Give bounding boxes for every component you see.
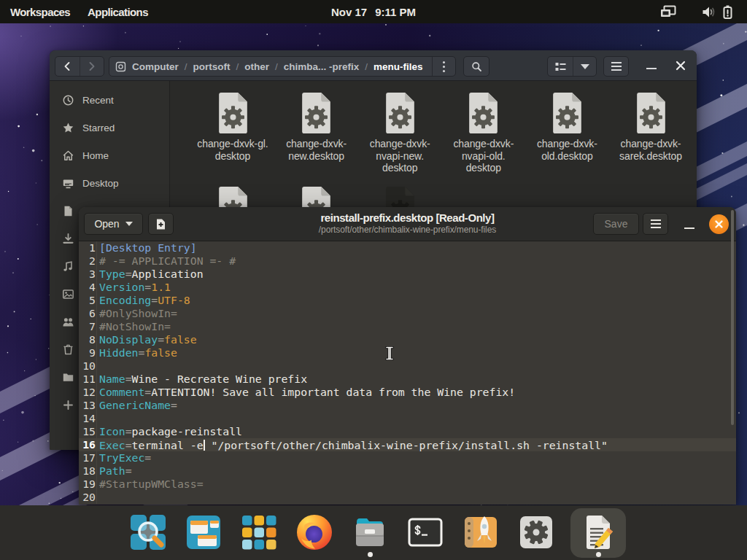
editor-close-button[interactable] [709, 214, 729, 234]
code-segment: UTF-8 [158, 294, 190, 306]
line-number: 8 [79, 333, 96, 346]
dock-item-app-grid[interactable] [239, 512, 279, 553]
breadcrumb-item[interactable]: other [244, 61, 269, 72]
code-segment: = [144, 281, 151, 293]
code-segment: = [151, 294, 158, 306]
file-name: change-dxvk-new.desktop [275, 138, 358, 162]
line-code: #OnlyShowIn= [99, 307, 177, 320]
new-document-button[interactable] [148, 213, 174, 235]
code-segment: Version [99, 281, 144, 293]
file-item[interactable]: change-dxvk-sarek.desktop [609, 92, 692, 162]
volume-icon[interactable] [702, 0, 716, 23]
dock-item-app-finder[interactable] [128, 512, 169, 553]
videos-icon [62, 316, 74, 328]
editor-menu-button[interactable] [643, 213, 668, 235]
dock-item-software-tools[interactable] [460, 512, 501, 553]
editor-line: 14 [79, 412, 736, 425]
dock-item-file-manager[interactable] [349, 512, 390, 553]
gutter-separator [96, 320, 97, 333]
editor-text-area[interactable]: 1[Desktop Entry]2# -= APPLICATION =- #3T… [79, 241, 736, 505]
editor-line: 18Path= [79, 464, 736, 478]
computer-icon [115, 61, 126, 72]
breadcrumb-item[interactable]: menu-files [374, 61, 423, 72]
editor-line: 20 [79, 491, 736, 504]
file-name-line: change-dxvk- [442, 138, 525, 150]
app-grid-icon [239, 512, 279, 553]
line-number: 1 [79, 241, 96, 254]
view-list-button[interactable] [548, 57, 573, 76]
sidebar-item-desktop[interactable]: Desktop [50, 169, 169, 197]
battery-icon[interactable] [723, 0, 732, 23]
app-finder-icon [128, 512, 169, 553]
gutter-separator [96, 241, 97, 254]
applications-menu[interactable]: Applications [79, 0, 157, 23]
editor-minimize-button[interactable] [684, 228, 694, 229]
breadcrumb-item[interactable]: chimba... -prefix [284, 61, 360, 72]
file-manager-headerbar: Computer/portsoft/other/chimba... -prefi… [50, 50, 697, 81]
workspaces-menu[interactable]: Workspaces [0, 0, 79, 23]
save-button[interactable]: Save [593, 213, 639, 235]
breadcrumb[interactable]: Computer/portsoft/other/chimba... -prefi… [109, 56, 456, 77]
line-code: [Desktop Entry] [99, 241, 197, 254]
file-item[interactable]: change-dxvk-old.desktop [525, 92, 608, 162]
forward-button[interactable] [80, 57, 104, 76]
back-icon [62, 61, 72, 71]
dock-item-panel-layout[interactable] [183, 512, 224, 553]
line-number: 3 [79, 268, 96, 281]
fm-minimize-button[interactable] [646, 68, 657, 69]
line-number: 16 [79, 438, 96, 451]
open-button[interactable]: Open [84, 213, 143, 235]
downloads-icon [62, 233, 74, 245]
line-code: #NotShowIn= [99, 320, 171, 333]
file-name-line: nvapi-old. [442, 150, 525, 163]
line-code: #StartupWMClass= [99, 478, 204, 491]
music-icon [62, 260, 74, 273]
dock-item-firefox[interactable] [294, 512, 335, 553]
code-segment: Application [132, 268, 204, 280]
editor-line: 4Version=1.1 [79, 281, 736, 294]
code-segment: [Desktop Entry] [99, 241, 197, 254]
workspace-switcher-icon[interactable] [660, 0, 676, 23]
dock-item-text-editor[interactable] [578, 512, 619, 553]
settings-icon [516, 512, 557, 553]
line-number: 7 [79, 320, 96, 333]
text-caret [204, 440, 205, 451]
search-button[interactable] [463, 56, 489, 77]
editor-line: 1[Desktop Entry] [79, 241, 736, 254]
fm-menu-button[interactable] [603, 56, 629, 77]
line-number: 2 [79, 254, 96, 268]
battery-icon-glyph [723, 5, 732, 19]
gutter-separator [96, 386, 97, 399]
file-item[interactable]: change-dxvk-new.desktop [275, 92, 358, 162]
view-options-dropdown[interactable] [573, 57, 596, 76]
file-item[interactable]: change-dxvk-nvapi-new.desktop [358, 92, 441, 174]
sidebar-item-recent[interactable]: Recent [50, 86, 169, 114]
code-segment: = [144, 451, 151, 464]
line-number: 9 [79, 346, 96, 359]
editor-line: 5Encoding=UTF-8 [79, 294, 736, 307]
recent-icon [62, 94, 74, 106]
line-code: NoDisplay=false [99, 333, 197, 346]
chevron-down-icon [581, 64, 589, 69]
home-icon [62, 149, 74, 162]
file-item[interactable]: change-dxvk-nvapi-old.desktop [442, 92, 525, 174]
breadcrumb-item[interactable]: Computer [132, 61, 179, 72]
fm-close-button[interactable] [675, 60, 686, 71]
panel-layout-icon [183, 512, 224, 553]
downloads-icon [62, 233, 74, 245]
sidebar-item-home[interactable]: Home [50, 141, 169, 169]
path-menu-kebab-icon[interactable] [438, 61, 449, 72]
code-segment: Name [99, 373, 125, 385]
code-segment: # -= APPLICATION =- # [99, 254, 236, 267]
line-number: 11 [79, 373, 96, 386]
desktop-file-icon [383, 92, 417, 134]
dock-item-settings[interactable] [516, 512, 557, 553]
dock-item-terminal[interactable] [405, 512, 446, 553]
back-button[interactable] [55, 57, 80, 76]
file-item[interactable]: change-dxvk-gl.desktop [191, 92, 274, 162]
breadcrumb-item[interactable]: portsoft [193, 61, 231, 72]
desktop-file-icon [299, 92, 333, 134]
sidebar-item-starred[interactable]: Starred [50, 114, 169, 141]
editor-scrollbar[interactable] [731, 210, 734, 425]
home-icon [62, 149, 74, 162]
